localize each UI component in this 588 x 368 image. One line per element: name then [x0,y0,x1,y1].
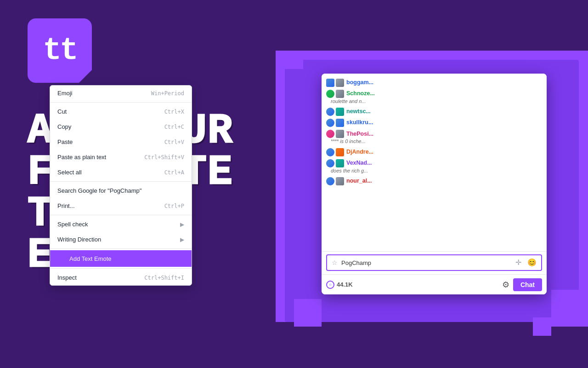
avatar-icon [326,90,334,98]
viewer-count-text: 44.1K [337,281,353,288]
add-text-emote-icon [57,254,66,263]
context-menu-spell-check[interactable]: Spell check ▶ [50,217,192,232]
cut-label: Cut [57,108,67,115]
username: skullkru... [346,119,373,127]
avatar-icon [326,148,334,156]
context-menu-copy[interactable]: Copy Ctrl+C [50,119,192,134]
context-menu-cut[interactable]: Cut Ctrl+X [50,104,192,119]
copy-shortcut: Ctrl+C [164,124,184,130]
chat-message: VexNad... does the rich g... [322,158,547,176]
avatar-icon [326,108,334,116]
username: DjAndre... [346,148,373,156]
emoji-label: Emoji [57,90,73,97]
chat-message: boggam... [322,77,547,88]
browser-window: boggam... Schnoze... roulette and n... n… [322,74,547,294]
paste-shortcut: Ctrl+V [164,139,184,145]
emote-icon[interactable]: 😊 [527,258,537,267]
spell-check-label: Spell check [57,221,88,228]
context-menu-add-text-emote[interactable]: Add Text Emote [50,250,192,267]
viewer-icon: ○ [326,281,334,289]
context-menu-emoji[interactable]: Emoji Win+Period [50,86,192,101]
pixel-accent-1 [285,51,303,69]
copy-label: Copy [57,123,71,130]
paste-plain-label: Paste as plain text [57,154,106,161]
chat-button[interactable]: Chat [513,278,542,291]
submenu-arrow-icon: ▶ [180,236,184,243]
menu-divider [50,248,192,249]
badge-icon [336,90,344,98]
context-menu-search-google[interactable]: Search Google for "PogChamp" [50,183,192,198]
pixel-accent-2 [551,290,588,327]
message-subtext: roulette and n... [326,98,366,105]
select-all-label: Select all [57,169,82,176]
avatar-icon [326,130,334,138]
message-subtext: **** is 0 inche... [326,138,366,145]
badge-icon [336,159,344,167]
badge-icon [336,119,344,127]
search-google-label: Search Google for "PogChamp" [57,187,141,194]
context-menu-inspect[interactable]: Inspect Ctrl+Shift+I [50,270,192,285]
chat-input-area: ☆ PogChamp ✛ 😊 [322,251,547,274]
badge-icon [336,79,344,87]
context-menu: Emoji Win+Period Cut Ctrl+X Copy Ctrl+C … [50,85,192,286]
star-icon: ☆ [332,259,338,266]
pixel-accent-3 [533,317,551,336]
username: newtsc... [346,108,371,116]
username: ThePosi... [346,130,373,138]
settings-icon[interactable]: ⚙ [502,280,509,290]
chat-message: Schnoze... roulette and n... [322,88,547,106]
avatar-icon [326,159,334,167]
chat-message: DjAndre... [322,147,547,158]
username: Schnoze... [346,90,375,98]
select-all-shortcut: Ctrl+A [164,169,184,176]
submenu-arrow-icon: ▶ [180,221,184,228]
avatar-icon [326,119,334,127]
menu-divider [50,215,192,215]
chat-area: boggam... Schnoze... roulette and n... n… [322,74,547,216]
menu-divider [50,181,192,182]
chat-message: skullkru... [322,117,547,128]
input-box[interactable]: ☆ PogChamp ✛ 😊 [326,254,542,271]
username: VexNad... [346,159,372,167]
avatar-icon [326,177,334,185]
avatar-icon [326,79,334,87]
cut-shortcut: Ctrl+X [164,109,184,115]
chat-message: newtsc... [322,106,547,117]
paste-label: Paste [57,138,73,145]
viewer-count: ○ 44.1K [326,281,353,289]
username: boggam... [346,79,373,87]
chat-bottom-bar: ○ 44.1K ⚙ Chat [322,274,547,294]
writing-direction-label: Writing Direction [57,236,101,243]
chat-input-text[interactable]: PogChamp [341,259,515,266]
add-text-emote-left: Add Text Emote [57,254,112,263]
inspect-shortcut: Ctrl+Shift+I [144,275,184,281]
pixel-accent-4 [294,299,322,327]
input-actions: ✛ 😊 [515,258,537,267]
logo-area: tt [28,18,92,83]
emoji-shortcut: Win+Period [151,90,184,97]
context-menu-paste[interactable]: Paste Ctrl+V [50,134,192,150]
logo-text: tt [43,35,77,66]
inspect-label: Inspect [57,274,77,281]
menu-divider [50,102,192,103]
badge-icon [336,130,344,138]
username: nour_al... [346,177,372,185]
badge-icon [336,177,344,185]
context-menu-writing-direction[interactable]: Writing Direction ▶ [50,232,192,247]
badge-icon [336,108,344,116]
context-menu-select-all[interactable]: Select all Ctrl+A [50,165,192,180]
chat-message: ThePosi... **** is 0 inche... [322,128,547,146]
print-shortcut: Ctrl+P [164,203,184,209]
logo-box: tt [28,18,92,83]
badge-icon [336,148,344,156]
message-subtext: does the rich g... [326,167,368,174]
context-menu-paste-plain[interactable]: Paste as plain text Ctrl+Shift+V [50,150,192,165]
menu-divider [50,268,192,269]
add-text-emote-label: Add Text Emote [69,255,112,262]
chat-message: nour_al... [322,176,547,187]
paste-plain-shortcut: Ctrl+Shift+V [144,154,184,161]
print-label: Print... [57,202,75,209]
cursor-icon[interactable]: ✛ [515,258,525,267]
context-menu-print[interactable]: Print... Ctrl+P [50,198,192,213]
